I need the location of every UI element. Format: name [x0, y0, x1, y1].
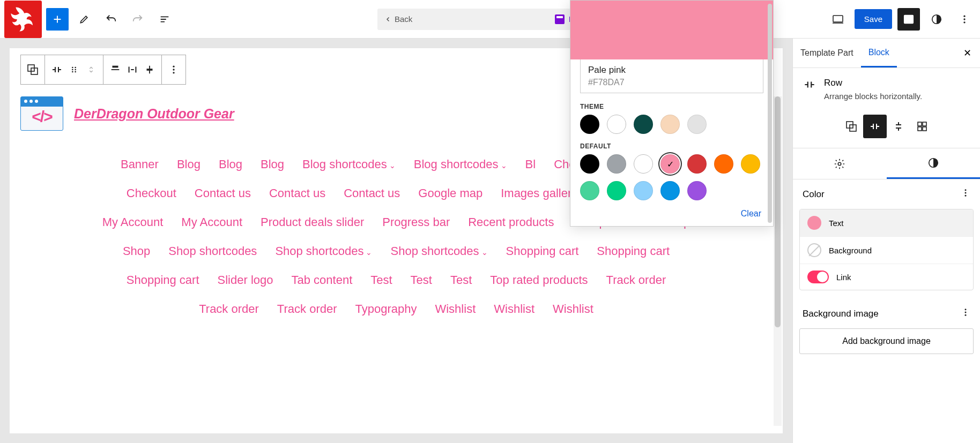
document-overview-button[interactable] — [153, 8, 176, 31]
view-desktop-button[interactable] — [827, 8, 849, 31]
close-sidebar-button[interactable]: ✕ — [955, 39, 980, 67]
color-swatch[interactable] — [660, 154, 680, 174]
settings-sidebar-toggle[interactable] — [897, 8, 920, 31]
nav-item[interactable]: Wishlist — [494, 302, 534, 316]
nav-item[interactable]: Test — [450, 273, 472, 287]
color-swatch[interactable] — [634, 115, 653, 134]
color-swatch[interactable] — [660, 181, 680, 200]
nav-item[interactable]: Track order — [199, 302, 259, 316]
nav-item[interactable]: Recent products — [468, 215, 554, 229]
nav-item[interactable]: Shop — [123, 244, 150, 258]
color-swatch[interactable] — [660, 115, 680, 134]
nav-item[interactable]: Slider logo — [218, 273, 273, 287]
add-background-image-button[interactable]: Add background image — [799, 328, 974, 354]
edit-mode-button[interactable] — [73, 8, 95, 31]
color-swatch[interactable] — [687, 154, 707, 174]
justify-button[interactable] — [109, 63, 122, 76]
color-item-link[interactable]: Link — [800, 264, 973, 290]
align-horizontal-button[interactable] — [126, 63, 139, 76]
color-swatch[interactable] — [741, 154, 760, 174]
tab-block[interactable]: Block — [861, 39, 897, 67]
nav-item[interactable]: Shopping cart — [506, 244, 579, 258]
canvas-scrollbar[interactable] — [774, 96, 782, 426]
nav-item[interactable]: Checkout — [127, 186, 176, 200]
variation-stack[interactable] — [887, 115, 910, 138]
nav-item[interactable]: Wishlist — [435, 302, 476, 316]
nav-item[interactable]: Top rated products — [490, 273, 588, 287]
tab-template-part[interactable]: Template Part — [793, 40, 861, 66]
nav-item[interactable]: Track order — [606, 273, 666, 287]
nav-item[interactable]: Bl — [525, 157, 536, 171]
color-panel-options[interactable] — [961, 188, 970, 200]
color-swatch[interactable] — [580, 115, 599, 134]
inspector-tab-styles[interactable] — [887, 148, 981, 179]
color-swatch[interactable] — [607, 115, 626, 134]
nav-item[interactable]: Tab content — [292, 273, 353, 287]
settings-sidebar: Template Part Block ✕ Row Arrange blocks… — [792, 39, 980, 443]
nav-item[interactable]: Track order — [277, 302, 337, 316]
svg-point-9 — [75, 67, 76, 69]
nav-item[interactable]: Blog — [177, 157, 201, 171]
nav-item[interactable]: Contact us — [344, 186, 400, 200]
nav-item[interactable]: Progress bar — [382, 215, 450, 229]
nav-item[interactable]: Contact us — [269, 186, 325, 200]
color-swatch[interactable] — [634, 154, 653, 174]
options-menu-button[interactable] — [953, 8, 976, 31]
nav-item[interactable]: Images gallery — [501, 186, 577, 200]
drag-handle-icon[interactable] — [68, 63, 80, 76]
block-more-options[interactable] — [167, 63, 180, 76]
undo-button[interactable] — [100, 8, 122, 31]
color-item-background[interactable]: Background — [800, 237, 973, 264]
nav-item[interactable]: Product deals slider — [261, 215, 364, 229]
styles-button[interactable] — [925, 8, 948, 31]
nav-item[interactable]: Shopping cart — [127, 273, 199, 287]
nav-item[interactable]: Wishlist — [553, 302, 593, 316]
save-button[interactable]: Save — [855, 9, 892, 29]
add-block-button[interactable] — [46, 8, 69, 31]
nav-item[interactable]: Contact us — [195, 186, 251, 200]
nav-item[interactable]: Test — [411, 273, 432, 287]
back-button[interactable]: Back — [385, 14, 412, 24]
nav-item[interactable]: Shop shortcodes — [168, 244, 257, 258]
variation-grid[interactable] — [910, 115, 934, 138]
nav-item[interactable]: My Account — [181, 215, 242, 229]
nav-item[interactable]: Shopping cart — [597, 244, 670, 258]
align-vertical-button[interactable] — [143, 63, 156, 76]
nav-item[interactable]: Shop shortcodes⌄ — [275, 244, 372, 258]
variation-group[interactable] — [840, 115, 863, 138]
nav-item[interactable]: My Account — [102, 215, 164, 229]
nav-item[interactable]: Blog — [219, 157, 242, 171]
nav-item[interactable]: Google map — [418, 186, 482, 200]
nav-item[interactable]: Typography — [355, 302, 417, 316]
color-swatch[interactable] — [607, 181, 626, 200]
color-swatch[interactable] — [687, 181, 707, 200]
parent-block-icon[interactable] — [26, 63, 39, 76]
clear-color-button[interactable]: Clear — [582, 209, 761, 219]
inspector-tab-settings[interactable] — [793, 148, 887, 179]
nav-item[interactable]: Shop shortcodes⌄ — [390, 244, 487, 258]
color-swatch[interactable] — [634, 181, 653, 200]
color-swatch[interactable] — [580, 154, 599, 174]
site-dragon-logo[interactable] — [4, 1, 42, 38]
color-swatch[interactable] — [687, 115, 707, 134]
block-variation-picker — [793, 110, 980, 148]
nav-item[interactable]: Banner — [121, 157, 159, 171]
color-swatch[interactable] — [607, 154, 626, 174]
color-item-text[interactable]: Text — [800, 209, 973, 237]
custom-html-block-icon[interactable]: </> — [20, 96, 63, 131]
row-block-icon[interactable] — [50, 63, 63, 76]
bgimage-panel-options[interactable] — [961, 307, 970, 320]
nav-item[interactable]: Test — [370, 273, 392, 287]
nav-item[interactable]: Blog — [261, 157, 284, 171]
nav-item[interactable]: Blog shortcodes⌄ — [302, 157, 396, 171]
redo-button[interactable] — [127, 8, 149, 31]
svg-point-16 — [173, 69, 174, 70]
color-swatch[interactable] — [714, 154, 733, 174]
color-swatch[interactable] — [580, 181, 599, 200]
svg-point-28 — [965, 195, 967, 197]
site-title-link[interactable]: DerDragon Outdoor Gear — [74, 106, 234, 122]
nav-item[interactable]: Blog shortcodes⌄ — [414, 157, 507, 171]
move-updown-icon[interactable] — [85, 63, 98, 76]
variation-row[interactable] — [863, 115, 887, 138]
popover-scrollbar[interactable] — [768, 4, 772, 223]
